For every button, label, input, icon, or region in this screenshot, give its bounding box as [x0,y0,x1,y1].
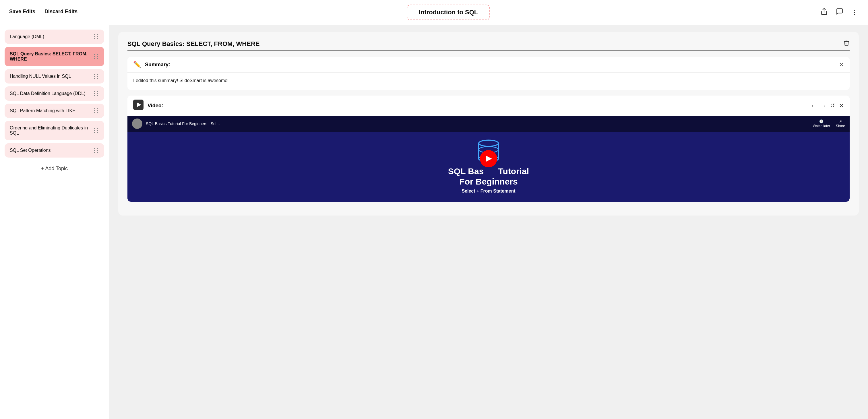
drag-handle-icon[interactable] [94,74,99,79]
sidebar-item-label: Ordering and Eliminating Duplicates in S… [10,125,94,136]
sidebar-item-label: SQL Data Definition Language (DDL) [10,91,86,96]
drag-handle-icon[interactable] [94,54,99,59]
sidebar-item-null-values[interactable]: Handling NULL Values in SQL [5,69,104,84]
sidebar-item-dml[interactable]: Language (DML) [5,30,104,44]
watch-later-action: 🕐 Watch later [813,119,830,128]
topic-card-title: SQL Query Basics: SELECT, FROM, WHERE [127,40,849,51]
summary-header-left: ✏️ Summary: [133,61,170,68]
drag-handle-icon[interactable] [94,34,99,39]
video-block: Video: ← → ↺ ✕ SQL Basics Tutorial For B… [127,96,849,202]
sidebar-item-label: SQL Query Basics: SELECT, FROM, WHERE [10,52,94,62]
pencil-icon: ✏️ [133,61,141,68]
delete-topic-button[interactable] [843,40,849,47]
top-bar-right: ⋮ [819,7,859,18]
more-options-button[interactable]: ⋮ [850,7,859,17]
share-action-label: Share [836,124,845,128]
topic-card: SQL Query Basics: SELECT, FROM, WHERE ✏️… [118,32,859,216]
save-edits-button[interactable]: Save Edits [9,9,35,17]
video-subtitle: Select + From Statement [462,189,515,194]
summary-content: I edited this summary! SlideSmart is awe… [127,72,849,90]
sidebar: Language (DML) SQL Query Basics: SELECT,… [0,25,109,419]
video-big-title: SQL Bas TutorialFor Beginners [448,166,529,187]
video-header-left: Video: [133,100,163,111]
sidebar-item-label: Language (DML) [10,34,44,39]
top-bar-center: Introduction to SQL [78,5,819,20]
sidebar-item-label: Handling NULL Values in SQL [10,74,71,79]
sidebar-item-pattern-matching[interactable]: SQL Pattern Matching with LIKE [5,104,104,118]
video-block-header: Video: ← → ↺ ✕ [127,96,849,116]
topic-title-text: SQL Query Basics: SELECT, FROM, WHERE [127,40,259,47]
yt-video-title: SQL Basics Tutorial For Beginners | Sel.… [146,121,809,126]
top-bar: Save Edits Discard Edits Introduction to… [0,0,868,25]
yt-play-button[interactable] [480,150,497,167]
svg-point-3 [479,140,498,147]
discard-edits-button[interactable]: Discard Edits [44,9,78,17]
share-action-icon: ↗ [839,119,842,123]
sidebar-item-sql-query-basics[interactable]: SQL Query Basics: SELECT, FROM, WHERE [5,47,104,66]
sidebar-item-label: SQL Pattern Matching with LIKE [10,108,75,114]
yt-top-bar: SQL Basics Tutorial For Beginners | Sel.… [127,116,849,132]
watch-later-label: Watch later [813,124,830,128]
course-title[interactable]: Introduction to SQL [407,5,490,20]
sidebar-item-set-ops[interactable]: SQL Set Operations [5,143,104,158]
video-prev-button[interactable]: ← [811,102,816,109]
play-icon [133,100,144,111]
drag-handle-icon[interactable] [94,148,99,153]
summary-block-header: ✏️ Summary: ✕ [127,57,849,72]
comment-icon-button[interactable] [835,7,844,18]
drag-handle-icon[interactable] [94,128,99,133]
share-action: ↗ Share [836,119,845,128]
sidebar-item-ordering[interactable]: Ordering and Eliminating Duplicates in S… [5,121,104,140]
yt-avatar [132,119,143,129]
summary-text: I edited this summary! SlideSmart is awe… [133,77,844,84]
video-label: Video: [148,103,163,109]
video-close-button[interactable]: ✕ [839,102,844,109]
content-area: SQL Query Basics: SELECT, FROM, WHERE ✏️… [109,25,868,419]
drag-handle-icon[interactable] [94,91,99,96]
sidebar-item-label: SQL Set Operations [10,148,51,153]
summary-block: ✏️ Summary: ✕ I edited this summary! Sli… [127,57,849,90]
play-triangle-icon [486,156,492,162]
video-undo-button[interactable]: ↺ [830,102,835,109]
yt-action-buttons: 🕐 Watch later ↗ Share [813,119,845,128]
share-icon-button[interactable] [819,7,829,18]
watch-later-icon: 🕐 [819,119,824,123]
video-thumbnail[interactable]: SQL Basics Tutorial For Beginners | Sel.… [127,116,849,202]
top-bar-left: Save Edits Discard Edits [9,9,78,17]
sidebar-item-ddl[interactable]: SQL Data Definition Language (DDL) [5,86,104,101]
summary-label: Summary: [145,62,170,68]
drag-handle-icon[interactable] [94,108,99,114]
video-nav-buttons: ← → ↺ ✕ [811,102,844,109]
video-next-button[interactable]: → [820,102,826,109]
add-topic-button[interactable]: + Add Topic [5,163,104,174]
summary-close-button[interactable]: ✕ [839,61,844,68]
main-layout: Language (DML) SQL Query Basics: SELECT,… [0,25,868,419]
